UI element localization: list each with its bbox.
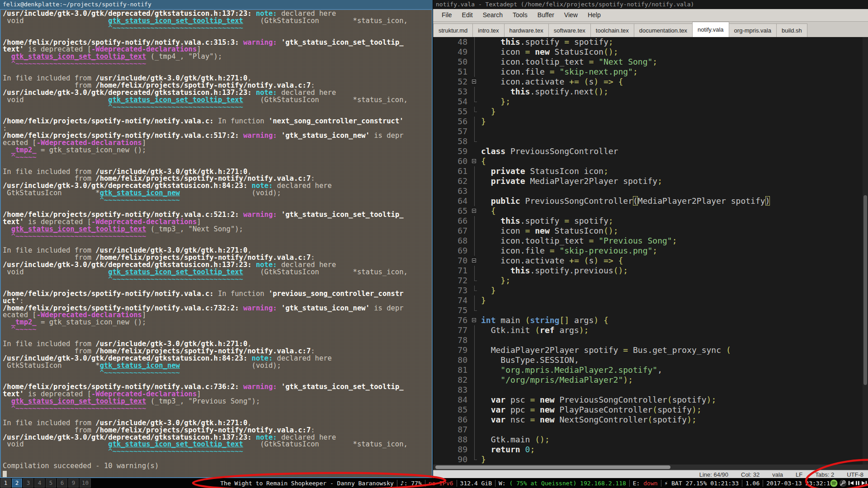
- line-number[interactable]: 58: [433, 136, 470, 146]
- line-number[interactable]: 84: [433, 395, 470, 405]
- fold-margin: [470, 375, 479, 385]
- line-number[interactable]: 79: [433, 345, 470, 355]
- menu-search[interactable]: Search: [478, 9, 508, 21]
- terminal-output[interactable]: /usr/include/gtk-3.0/gtk/deprecated/gtks…: [0, 9, 433, 478]
- tab-org-mpris.vala[interactable]: org-mpris.vala: [729, 23, 777, 37]
- workspace-button-9[interactable]: 9: [68, 479, 79, 488]
- fold-marker-icon[interactable]: [470, 315, 479, 325]
- line-number[interactable]: 53: [433, 87, 470, 97]
- line-number[interactable]: 88: [433, 435, 470, 445]
- line-number[interactable]: 77: [433, 325, 470, 335]
- code-line: 75: [433, 305, 868, 315]
- line-number[interactable]: 64: [433, 196, 470, 206]
- menu-file[interactable]: File: [437, 9, 457, 21]
- workspace-button-1[interactable]: 1: [0, 479, 11, 488]
- line-number[interactable]: 60: [433, 156, 470, 166]
- line-number[interactable]: 63: [433, 186, 470, 196]
- media-next-icon[interactable]: [861, 480, 867, 486]
- line-number[interactable]: 68: [433, 236, 470, 246]
- code-area[interactable]: 48 this.spotify = spotify;49 icon = new …: [433, 37, 868, 465]
- line-number[interactable]: 75: [433, 305, 470, 315]
- fold-margin: [470, 216, 479, 226]
- media-previous-icon[interactable]: [848, 480, 854, 486]
- menu-edit[interactable]: Edit: [457, 9, 478, 21]
- code-line: 72 };: [433, 276, 868, 286]
- line-number[interactable]: 82: [433, 375, 470, 385]
- editor-menubar: FileEditSearchToolsBufferViewHelp: [433, 9, 868, 22]
- line-number[interactable]: 74: [433, 296, 470, 305]
- terminal-titlebar[interactable]: felix@denkplatte:~/projects/spotify-noti…: [0, 0, 433, 9]
- workspace-button-10[interactable]: 10: [80, 479, 91, 488]
- tab-intro.tex[interactable]: intro.tex: [472, 23, 504, 37]
- line-number[interactable]: 72: [433, 276, 470, 286]
- tab-software.tex[interactable]: software.tex: [548, 23, 591, 37]
- workspace-list: 123456910: [0, 478, 91, 488]
- line-number[interactable]: 89: [433, 445, 470, 455]
- workspace-button-4[interactable]: 4: [34, 479, 45, 488]
- line-number[interactable]: 54: [433, 97, 470, 107]
- code-text: BusType.SESSION,: [479, 355, 579, 365]
- fold-marker-icon[interactable]: [470, 77, 479, 87]
- menu-help[interactable]: Help: [583, 9, 606, 21]
- line-number[interactable]: 55: [433, 107, 470, 117]
- steam-icon[interactable]: [839, 479, 847, 487]
- vertical-scrollbar[interactable]: [863, 37, 868, 465]
- line-number[interactable]: 57: [433, 127, 470, 136]
- line-number[interactable]: 90: [433, 455, 470, 465]
- line-number[interactable]: 71: [433, 266, 470, 276]
- tab-notify.vala[interactable]: notify.vala: [692, 22, 729, 37]
- line-number[interactable]: 50: [433, 57, 470, 67]
- menu-buffer[interactable]: Buffer: [533, 9, 559, 21]
- line-number[interactable]: 80: [433, 355, 470, 365]
- menu-tools[interactable]: Tools: [508, 9, 533, 21]
- line-number[interactable]: 48: [433, 37, 470, 47]
- workspace-button-2[interactable]: 2: [12, 479, 22, 488]
- line-number[interactable]: 61: [433, 166, 470, 176]
- workspace-button-3[interactable]: 3: [23, 479, 33, 488]
- fold-marker-icon[interactable]: [470, 256, 479, 266]
- tab-build.sh[interactable]: build.sh: [776, 23, 807, 37]
- code-text: [479, 186, 486, 196]
- fold-marker-icon[interactable]: [470, 156, 479, 166]
- tab-documentation.tex[interactable]: documentation.tex: [634, 23, 693, 37]
- line-number[interactable]: 69: [433, 246, 470, 256]
- workspace-button-6[interactable]: 6: [57, 479, 67, 488]
- line-number[interactable]: 52: [433, 77, 470, 87]
- vertical-scrollbar-thumb[interactable]: [863, 195, 867, 385]
- taskbar: 123456910 The Wight to Remain Shopkeeper…: [0, 478, 868, 488]
- tab-toolchain.tex[interactable]: toolchain.tex: [590, 23, 634, 37]
- line-number[interactable]: 78: [433, 335, 470, 345]
- line-number[interactable]: 49: [433, 47, 470, 57]
- code-text: }: [479, 286, 496, 296]
- horizontal-scrollbar-thumb[interactable]: [435, 465, 670, 469]
- code-text: Gtk.init (ref args);: [479, 325, 589, 335]
- horizontal-scrollbar[interactable]: [433, 465, 868, 470]
- line-number[interactable]: 83: [433, 385, 470, 395]
- line-number[interactable]: 86: [433, 415, 470, 425]
- line-number[interactable]: 56: [433, 117, 470, 127]
- line-number[interactable]: 81: [433, 365, 470, 375]
- fold-marker-icon[interactable]: [470, 206, 479, 216]
- tab-hardware.tex[interactable]: hardware.tex: [504, 23, 549, 37]
- line-number[interactable]: 59: [433, 146, 470, 156]
- menu-view[interactable]: View: [559, 9, 583, 21]
- line-number[interactable]: 85: [433, 405, 470, 415]
- line-number[interactable]: 70: [433, 256, 470, 266]
- line-number[interactable]: 62: [433, 176, 470, 186]
- code-text: return 0;: [479, 445, 535, 455]
- workspace-button-5[interactable]: 5: [46, 479, 56, 488]
- line-number[interactable]: 73: [433, 286, 470, 296]
- line-number[interactable]: 51: [433, 67, 470, 77]
- tab-struktur.md[interactable]: struktur.md: [433, 23, 473, 37]
- fold-margin: [470, 296, 479, 305]
- spotify-icon[interactable]: [830, 479, 838, 487]
- editor-titlebar[interactable]: notify.vala - Textadept (/home/felix/pro…: [433, 0, 868, 9]
- line-number[interactable]: 76: [433, 315, 470, 325]
- line-number[interactable]: 67: [433, 226, 470, 236]
- code-line: 83: [433, 385, 868, 395]
- status-segment: The Wight to Remain Shopkeeper - Danny B…: [220, 480, 394, 487]
- line-number[interactable]: 87: [433, 425, 470, 435]
- line-number[interactable]: 65: [433, 206, 470, 216]
- line-number[interactable]: 66: [433, 216, 470, 226]
- media-pause-icon[interactable]: [855, 480, 860, 486]
